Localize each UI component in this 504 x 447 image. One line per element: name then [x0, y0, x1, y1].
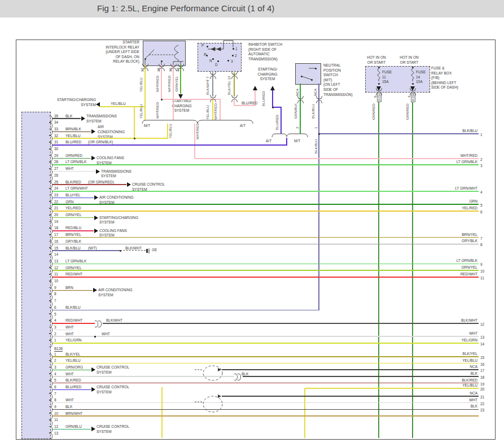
right-pin-number: 8 — [480, 243, 483, 247]
arrow-right-icon — [94, 195, 98, 200]
wire — [52, 429, 91, 430]
right-pin-number: 4 — [480, 190, 483, 195]
neutral-position-switch — [295, 63, 321, 85]
junction-dot — [161, 60, 163, 62]
vertical-wire-label: GRN/BLK — [294, 103, 297, 119]
junction-dot — [134, 138, 135, 139]
connector-pin — [49, 274, 52, 281]
wire — [52, 204, 479, 205]
right-wire-label: GRY/BLK — [395, 239, 477, 243]
connector-pin — [49, 406, 52, 413]
starter-interlock-relay — [143, 41, 186, 66]
connector-pin — [49, 248, 52, 255]
starter-relay-label: STARTERINTERLOCK RELAY(UNDER LEFT SIDEOF… — [86, 40, 139, 64]
wire — [319, 133, 479, 134]
junction-dot — [272, 107, 274, 108]
right-wire-label: YEL/BLU — [395, 383, 477, 388]
junction-dot — [233, 48, 234, 50]
arrow-right-icon — [94, 229, 98, 233]
vertical-wire-label: BLU/RED — [262, 91, 265, 106]
right-pin-number: 5 — [480, 203, 483, 208]
right-pin-number: 19 — [480, 382, 484, 387]
connector-pin — [49, 340, 52, 347]
connector-pin — [49, 261, 52, 268]
connector-pin — [49, 301, 52, 308]
junction-dot — [144, 58, 146, 60]
right-pin-number: 22 — [480, 402, 484, 406]
hot-in-on-label: HOT IN ONOR START — [363, 55, 389, 65]
arrow-up-icon — [270, 86, 275, 90]
wire — [220, 99, 221, 120]
vertical-wire-label: BLK/WHT 7 — [206, 76, 209, 95]
junction-dot — [232, 55, 234, 56]
wire — [52, 164, 479, 165]
connector-pin — [49, 195, 52, 201]
pin-number: 26 — [54, 173, 58, 178]
junction-dot — [311, 79, 313, 81]
wire — [52, 277, 479, 278]
vertical-wire-label: BLU/RED — [275, 115, 279, 130]
right-wire-label: NCA — [395, 391, 477, 396]
pin-number: 13 — [54, 431, 58, 436]
wire — [222, 396, 479, 397]
vertical-wire-label: WHT/RED — [156, 102, 159, 119]
arrow-left-icon — [96, 102, 100, 107]
inline-connector — [238, 374, 241, 380]
wire — [52, 356, 479, 357]
vertical-wire-label: GRN/RED — [406, 103, 409, 120]
pin-number: 30 — [54, 147, 58, 151]
wire-label: 2 — [235, 54, 237, 58]
wire — [52, 250, 120, 251]
pin-number: 19 — [54, 220, 58, 224]
wiring-diagram: STARTERINTERLOCK RELAY(UNDER LEFT SIDEOF… — [0, 0, 504, 447]
inline-connector — [170, 68, 177, 71]
connector-pin — [49, 201, 52, 208]
wire — [222, 369, 479, 370]
right-wire-label: BRN/YEL — [395, 233, 477, 237]
arrow-right-icon — [91, 367, 95, 372]
connector-pin — [49, 135, 52, 142]
right-wire-label: YEL/RED — [395, 206, 477, 211]
junction-dot — [378, 67, 380, 68]
right-pin-number: 14 — [480, 342, 484, 347]
right-wire-label: GRN — [395, 199, 477, 204]
arrow-right-icon — [94, 216, 98, 220]
connector-pin — [49, 122, 52, 129]
wire — [52, 138, 168, 139]
vertical-wire-label: YEL/BLU — [206, 106, 209, 120]
connector-pin — [49, 182, 52, 189]
wire — [52, 191, 479, 192]
right-pin-number: 13 — [480, 335, 484, 340]
vertical-wire-label: BLK/BLU — [314, 139, 318, 154]
connector-pin — [49, 321, 52, 327]
pin-number: 5 — [54, 312, 56, 317]
connector-pin — [49, 334, 52, 340]
connector-id-label: B136 — [54, 347, 63, 352]
right-wire-label: BLK/YEL — [395, 352, 477, 356]
wire-color-label: WHT — [102, 332, 110, 336]
pin-number: 11 — [54, 418, 58, 422]
right-pin-number: 11 — [480, 276, 484, 281]
arrow-down-icon — [178, 94, 183, 99]
connector-pin — [49, 228, 52, 235]
inline-connector — [170, 64, 177, 67]
wire — [52, 370, 91, 371]
connector-pin — [49, 221, 52, 228]
connector-pin — [49, 208, 52, 215]
inline-connector — [142, 64, 148, 67]
hot-in-on-label: HOT IN ONOR START — [396, 55, 422, 65]
inline-connector — [159, 64, 165, 67]
wire — [52, 211, 479, 212]
connector-pin — [49, 380, 52, 387]
connector-pin — [49, 169, 52, 176]
arrow-right-icon — [91, 427, 95, 431]
wire-label: D — [215, 63, 218, 67]
connector-pin — [49, 361, 52, 367]
inline-connector — [410, 92, 416, 95]
right-pin-number: 12 — [480, 322, 484, 327]
pin-number: 34 — [54, 120, 58, 125]
wire — [52, 363, 479, 364]
wire-label: GE — [152, 248, 157, 252]
vertical-wire-label: WHT/RED — [196, 123, 199, 139]
arrow-right-icon — [91, 387, 95, 392]
